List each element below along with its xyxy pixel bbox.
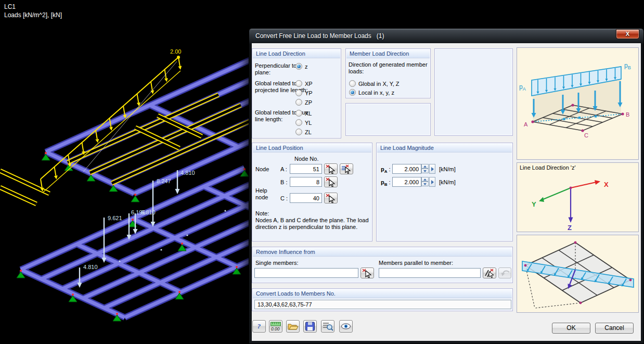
group-member-load-direction: Member Load Direction Direction of gener… — [345, 48, 431, 98]
eye-icon — [340, 321, 352, 332]
svg-text:6.810: 6.810 — [141, 209, 156, 215]
pb-value-input[interactable] — [392, 177, 421, 187]
panel-title: Line Load Direction 'z' — [520, 164, 576, 171]
radio-direction-z[interactable] — [295, 63, 302, 70]
spin-up-icon[interactable] — [421, 177, 429, 182]
pick-single-members-button[interactable] — [360, 267, 374, 278]
pick-node-a-button[interactable] — [324, 163, 338, 174]
svg-text:X: X — [604, 181, 609, 188]
empty-panel-tall — [434, 48, 513, 136]
svg-text:B: B — [626, 111, 629, 118]
radio-label-xp: XP — [305, 81, 313, 87]
group-title: Remove Influence from — [253, 248, 512, 257]
node-b-input[interactable] — [290, 177, 322, 187]
label-generated-direction-2: loads: — [349, 68, 364, 74]
svg-text:Z: Z — [568, 224, 572, 232]
pick-cursor-icon — [325, 164, 337, 174]
node-c-input[interactable] — [290, 193, 322, 203]
units-button[interactable]: 0.00 — [269, 320, 282, 333]
details-button[interactable] — [321, 320, 334, 333]
pick-cursor-icon — [362, 269, 373, 278]
svg-text:A: A — [524, 121, 528, 128]
svg-text:4.810: 4.810 — [83, 264, 98, 270]
radio-local-xyz[interactable] — [349, 89, 356, 96]
radio-direction-zp[interactable] — [295, 99, 302, 106]
visibility-button[interactable] — [339, 320, 353, 333]
convert-load-dialog: Convert Free Line Load to Member Loads (… — [249, 28, 644, 344]
group-title: Convert Loads to Members No. — [253, 289, 512, 298]
pick-node-list-button[interactable] — [340, 163, 353, 174]
pick-node-c-button[interactable] — [324, 193, 338, 203]
group-title: Line Load Position — [253, 144, 371, 152]
spin-down-icon[interactable] — [421, 182, 429, 186]
group-line-load-magnitude: Line Load Magnitude pA : [kN/m] pB : [kN… — [376, 143, 513, 241]
pb-detail-button[interactable] — [429, 177, 435, 187]
pa-value-input[interactable] — [392, 164, 421, 174]
units-icon: 0.00 — [270, 321, 281, 332]
ok-button[interactable]: OK — [552, 323, 590, 334]
save-floppy-icon — [304, 321, 316, 332]
node-a-input[interactable] — [290, 164, 322, 174]
clear-selection-button[interactable] — [498, 267, 511, 278]
pb-unit: [kN/m] — [439, 179, 456, 185]
axis-triad-illustration: X Y Z — [517, 172, 638, 232]
cancel-button[interactable]: Cancel — [595, 323, 634, 334]
radio-label-z: z — [305, 63, 308, 70]
group-convert-loads: Convert Loads to Members No. 13,30,43,62… — [252, 288, 513, 311]
search-list-icon — [322, 321, 333, 332]
radio-label-xl: XL — [305, 110, 312, 117]
pick-parallel-member-button[interactable] — [483, 267, 496, 278]
free-load-node — [177, 56, 180, 59]
save-button[interactable] — [303, 320, 317, 333]
svg-text:C: C — [584, 132, 588, 138]
dialog-body: Line Load Direction Perpendicular to pla… — [252, 43, 641, 341]
radio-direction-xp[interactable] — [295, 80, 302, 87]
line-load-plane-illustration: pA pB A B C — [517, 48, 638, 159]
radio-direction-xl[interactable] — [295, 110, 302, 117]
pick-parallel-icon — [484, 269, 495, 278]
spin-down-icon[interactable] — [421, 169, 429, 173]
pa-label: pA : — [381, 166, 391, 174]
radio-direction-yp[interactable] — [295, 90, 302, 96]
help-button[interactable]: ? — [252, 320, 266, 333]
note-title: Note: — [255, 210, 269, 216]
label-perpendicular-2: plane: — [255, 69, 271, 75]
dialog-titlebar[interactable]: Convert Free Line Load to Member Loads (… — [249, 29, 643, 43]
empty-panel-small — [345, 103, 431, 136]
open-button[interactable] — [286, 320, 300, 333]
pick-node-b-button[interactable] — [324, 176, 338, 187]
load-case-name: LC1 — [4, 3, 62, 11]
single-members-input[interactable] — [254, 268, 358, 278]
group-remove-influence: Remove Influence from Single members: Me… — [252, 247, 513, 283]
node-no-header: Node No. — [294, 156, 318, 162]
dialog-title: Convert Free Line Load to Member Loads (… — [255, 32, 384, 40]
radio-direction-zl[interactable] — [295, 129, 302, 135]
label-perpendicular: Perpendicular to — [255, 62, 297, 69]
note-line-1: Nodes A, B and C define the plane. The l… — [255, 217, 369, 223]
radio-label-zl: ZL — [305, 129, 312, 135]
group-line-load-position: Line Load Position Node No. Node A : — [252, 143, 372, 241]
node-b-key: B : — [280, 179, 287, 185]
svg-text:Y: Y — [532, 200, 536, 208]
group-title: Member Load Direction — [346, 49, 430, 58]
radio-label-zp: ZP — [305, 99, 312, 106]
pa-detail-button[interactable] — [429, 164, 435, 174]
parallel-members-input[interactable] — [379, 268, 481, 278]
pa-spinner[interactable] — [421, 164, 429, 174]
close-button[interactable]: X — [616, 29, 639, 39]
radio-direction-yl[interactable] — [295, 119, 302, 126]
detail-arrow-icon — [431, 167, 434, 171]
panel-inclined-plane — [517, 235, 639, 313]
group-title: Line Load Direction — [253, 49, 340, 58]
open-folder-icon — [287, 321, 299, 332]
radio-global-xyz[interactable] — [349, 80, 356, 87]
pb-spinner[interactable] — [421, 177, 429, 187]
radio-label-yp: YP — [305, 90, 313, 96]
detail-arrow-icon — [431, 180, 434, 184]
group-line-load-direction: Line Load Direction Perpendicular to pla… — [252, 48, 341, 138]
svg-text:9.621: 9.621 — [108, 215, 122, 221]
label-generated-direction: Direction of generated member — [349, 61, 428, 68]
radio-label-yl: YL — [305, 120, 312, 126]
parallel-members-label: Members parallel to member: — [379, 260, 453, 266]
spin-up-icon[interactable] — [421, 164, 429, 169]
